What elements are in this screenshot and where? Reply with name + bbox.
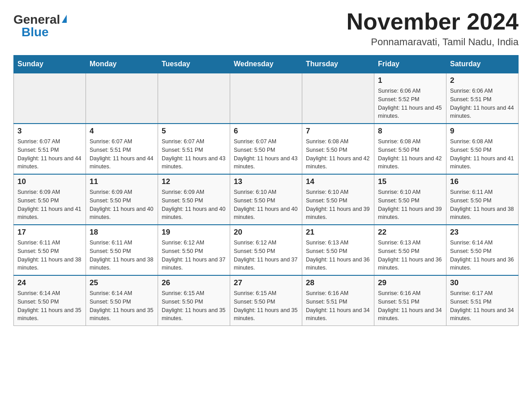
header-monday: Monday: [86, 56, 158, 73]
day-info: Sunrise: 6:17 AMSunset: 5:51 PMDaylight:…: [450, 289, 515, 323]
day-number: 20: [234, 228, 298, 237]
day-number: 28: [306, 278, 370, 287]
day-number: 21: [306, 228, 370, 237]
day-info: Sunrise: 6:08 AMSunset: 5:50 PMDaylight:…: [306, 137, 370, 171]
location-title: Ponnamaravati, Tamil Nadu, India: [347, 36, 519, 48]
day-number: 23: [450, 228, 515, 237]
day-info: Sunrise: 6:08 AMSunset: 5:50 PMDaylight:…: [378, 137, 442, 171]
day-info: Sunrise: 6:07 AMSunset: 5:51 PMDaylight:…: [17, 137, 82, 171]
day-number: 9: [450, 127, 515, 136]
calendar-cell: 29Sunrise: 6:16 AMSunset: 5:51 PMDayligh…: [374, 275, 446, 326]
calendar-cell: 17Sunrise: 6:11 AMSunset: 5:50 PMDayligh…: [14, 225, 86, 275]
day-info: Sunrise: 6:07 AMSunset: 5:50 PMDaylight:…: [234, 137, 298, 171]
header-wednesday: Wednesday: [230, 56, 302, 73]
day-info: Sunrise: 6:13 AMSunset: 5:50 PMDaylight:…: [378, 239, 442, 272]
calendar-cell: 26Sunrise: 6:15 AMSunset: 5:50 PMDayligh…: [158, 275, 230, 326]
day-number: 2: [450, 76, 515, 85]
calendar-table: SundayMondayTuesdayWednesdayThursdayFrid…: [13, 55, 519, 326]
header-sunday: Sunday: [14, 56, 86, 73]
calendar-cell: 9Sunrise: 6:08 AMSunset: 5:50 PMDaylight…: [446, 124, 519, 174]
calendar-cell: 13Sunrise: 6:10 AMSunset: 5:50 PMDayligh…: [230, 174, 302, 225]
month-title: November 2024: [347, 9, 519, 34]
calendar-cell: 12Sunrise: 6:09 AMSunset: 5:50 PMDayligh…: [158, 174, 230, 225]
day-info: Sunrise: 6:09 AMSunset: 5:50 PMDaylight:…: [162, 188, 226, 222]
day-number: 5: [162, 127, 226, 136]
day-info: Sunrise: 6:07 AMSunset: 5:51 PMDaylight:…: [90, 137, 154, 171]
day-info: Sunrise: 6:10 AMSunset: 5:50 PMDaylight:…: [234, 188, 298, 222]
day-number: 19: [162, 228, 226, 237]
calendar-cell: 14Sunrise: 6:10 AMSunset: 5:50 PMDayligh…: [302, 174, 374, 225]
day-number: 10: [17, 177, 82, 186]
day-number: 14: [306, 177, 370, 186]
day-info: Sunrise: 6:11 AMSunset: 5:50 PMDaylight:…: [90, 239, 154, 272]
calendar-cell: 22Sunrise: 6:13 AMSunset: 5:50 PMDayligh…: [374, 225, 446, 275]
day-info: Sunrise: 6:13 AMSunset: 5:50 PMDaylight:…: [306, 239, 370, 272]
calendar-cell: 6Sunrise: 6:07 AMSunset: 5:50 PMDaylight…: [230, 124, 302, 174]
calendar-cell: [158, 73, 230, 124]
logo: General Blue: [13, 13, 67, 39]
day-number: 24: [17, 278, 82, 287]
week-row-2: 3Sunrise: 6:07 AMSunset: 5:51 PMDaylight…: [14, 124, 519, 174]
calendar-cell: 18Sunrise: 6:11 AMSunset: 5:50 PMDayligh…: [86, 225, 158, 275]
day-info: Sunrise: 6:12 AMSunset: 5:50 PMDaylight:…: [234, 239, 298, 272]
calendar-cell: 28Sunrise: 6:16 AMSunset: 5:51 PMDayligh…: [302, 275, 374, 326]
day-number: 8: [378, 127, 442, 136]
day-number: 30: [450, 278, 515, 287]
day-number: 3: [17, 127, 82, 136]
calendar-cell: 10Sunrise: 6:09 AMSunset: 5:50 PMDayligh…: [14, 174, 86, 225]
calendar-cell: 23Sunrise: 6:14 AMSunset: 5:50 PMDayligh…: [446, 225, 519, 275]
day-number: 27: [234, 278, 298, 287]
header-saturday: Saturday: [446, 56, 519, 73]
day-info: Sunrise: 6:14 AMSunset: 5:50 PMDaylight:…: [17, 289, 82, 323]
day-info: Sunrise: 6:14 AMSunset: 5:50 PMDaylight:…: [450, 239, 515, 272]
day-number: 29: [378, 278, 442, 287]
day-info: Sunrise: 6:12 AMSunset: 5:50 PMDaylight:…: [162, 239, 226, 272]
calendar-cell: 3Sunrise: 6:07 AMSunset: 5:51 PMDaylight…: [14, 124, 86, 174]
day-number: 6: [234, 127, 298, 136]
day-info: Sunrise: 6:07 AMSunset: 5:51 PMDaylight:…: [162, 137, 226, 171]
day-info: Sunrise: 6:08 AMSunset: 5:50 PMDaylight:…: [450, 137, 515, 171]
calendar-cell: 19Sunrise: 6:12 AMSunset: 5:50 PMDayligh…: [158, 225, 230, 275]
day-info: Sunrise: 6:15 AMSunset: 5:50 PMDaylight:…: [234, 289, 298, 323]
day-info: Sunrise: 6:15 AMSunset: 5:50 PMDaylight:…: [162, 289, 226, 323]
day-info: Sunrise: 6:09 AMSunset: 5:50 PMDaylight:…: [17, 188, 82, 222]
day-info: Sunrise: 6:16 AMSunset: 5:51 PMDaylight:…: [306, 289, 370, 323]
calendar-cell: 24Sunrise: 6:14 AMSunset: 5:50 PMDayligh…: [14, 275, 86, 326]
header-tuesday: Tuesday: [158, 56, 230, 73]
day-info: Sunrise: 6:10 AMSunset: 5:50 PMDaylight:…: [378, 188, 442, 222]
day-info: Sunrise: 6:06 AMSunset: 5:52 PMDaylight:…: [378, 87, 442, 120]
header-friday: Friday: [374, 56, 446, 73]
day-number: 25: [90, 278, 154, 287]
day-number: 4: [90, 127, 154, 136]
calendar-cell: 11Sunrise: 6:09 AMSunset: 5:50 PMDayligh…: [86, 174, 158, 225]
day-number: 17: [17, 228, 82, 237]
day-number: 22: [378, 228, 442, 237]
logo-triangle-icon: [62, 15, 67, 23]
day-info: Sunrise: 6:11 AMSunset: 5:50 PMDaylight:…: [450, 188, 515, 222]
calendar-cell: 4Sunrise: 6:07 AMSunset: 5:51 PMDaylight…: [86, 124, 158, 174]
day-number: 15: [378, 177, 442, 186]
week-row-1: 1Sunrise: 6:06 AMSunset: 5:52 PMDaylight…: [14, 73, 519, 124]
page-header: General Blue November 2024 Ponnamaravati…: [13, 9, 519, 48]
day-number: 7: [306, 127, 370, 136]
week-row-5: 24Sunrise: 6:14 AMSunset: 5:50 PMDayligh…: [14, 275, 519, 326]
day-number: 13: [234, 177, 298, 186]
day-number: 12: [162, 177, 226, 186]
calendar-cell: 25Sunrise: 6:14 AMSunset: 5:50 PMDayligh…: [86, 275, 158, 326]
calendar-cell: [14, 73, 86, 124]
calendar-cell: 8Sunrise: 6:08 AMSunset: 5:50 PMDaylight…: [374, 124, 446, 174]
calendar-cell: 5Sunrise: 6:07 AMSunset: 5:51 PMDaylight…: [158, 124, 230, 174]
week-row-4: 17Sunrise: 6:11 AMSunset: 5:50 PMDayligh…: [14, 225, 519, 275]
calendar-cell: 1Sunrise: 6:06 AMSunset: 5:52 PMDaylight…: [374, 73, 446, 124]
calendar-cell: 21Sunrise: 6:13 AMSunset: 5:50 PMDayligh…: [302, 225, 374, 275]
title-block: November 2024 Ponnamaravati, Tamil Nadu,…: [347, 9, 519, 48]
day-info: Sunrise: 6:06 AMSunset: 5:51 PMDaylight:…: [450, 87, 515, 120]
day-number: 26: [162, 278, 226, 287]
day-number: 18: [90, 228, 154, 237]
calendar-cell: 15Sunrise: 6:10 AMSunset: 5:50 PMDayligh…: [374, 174, 446, 225]
week-row-3: 10Sunrise: 6:09 AMSunset: 5:50 PMDayligh…: [14, 174, 519, 225]
day-info: Sunrise: 6:10 AMSunset: 5:50 PMDaylight:…: [306, 188, 370, 222]
day-number: 16: [450, 177, 515, 186]
day-info: Sunrise: 6:14 AMSunset: 5:50 PMDaylight:…: [90, 289, 154, 323]
calendar-cell: [302, 73, 374, 124]
